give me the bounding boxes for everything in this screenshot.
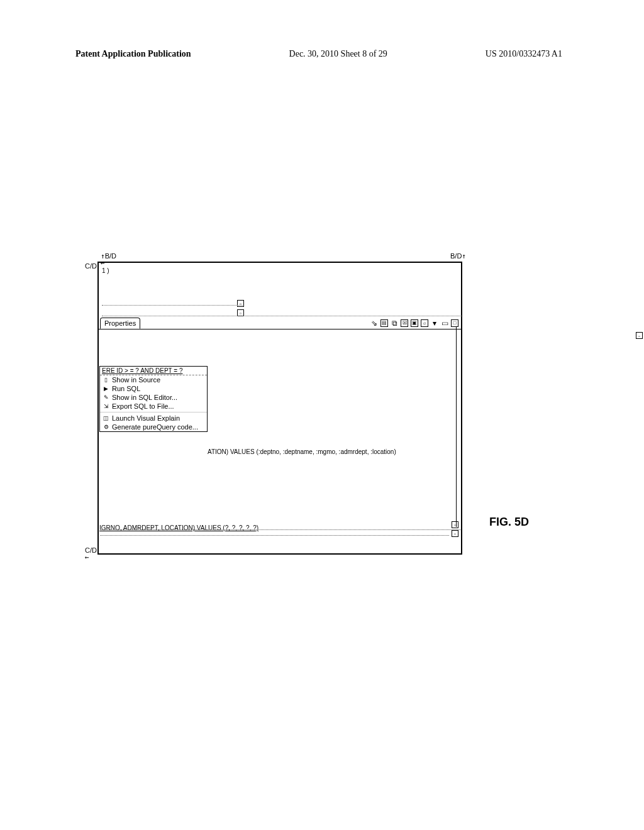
corner-label-tr: B/D <box>450 252 462 260</box>
menu-label: Launch Visual Explain <box>112 414 180 422</box>
pub-number: US 2010/0332473 A1 <box>486 49 562 59</box>
page-header: Patent Application Publication Dec. 30, … <box>0 49 644 59</box>
export-icon: ⇲ <box>103 403 109 410</box>
menu-generate-purequery[interactable]: ⚙ Generate pureQuery code... <box>100 423 207 431</box>
menu-launch-visual-explain[interactable]: ◫ Launch Visual Explain <box>100 412 207 423</box>
marker-icon: ▫ <box>636 332 643 339</box>
scrollbar-track[interactable] <box>456 327 461 527</box>
tree-icon[interactable]: ⧉ <box>391 319 398 327</box>
db-icon[interactable]: ▣ <box>411 319 418 327</box>
figure-label: FIG. 5D <box>489 516 529 529</box>
tab-properties[interactable]: Properties <box>100 318 140 329</box>
run-icon: ▶ <box>103 385 109 392</box>
x-icon[interactable]: ☒ <box>401 319 408 327</box>
arrow-left-icon: ← <box>85 554 89 561</box>
gen-icon: ⚙ <box>103 424 109 431</box>
divider <box>102 316 462 316</box>
code-line-1: 1 ) <box>102 267 109 274</box>
sql-fragment: IGRNO, ADMRDEPT, LOCATION) VALUES (?, ?,… <box>99 524 258 531</box>
pub-title: Patent Application Publication <box>75 49 191 59</box>
query-text-fragment: ATION) VALUES (:deptno, :deptname, :mgmo… <box>208 448 396 455</box>
menu-export-sql[interactable]: ⇲ Export SQL to File... <box>100 402 207 411</box>
doc-icon: ▯ <box>103 377 109 384</box>
edit-icon: ✎ <box>103 394 109 401</box>
context-menu: ERE ID > = ? AND DEPT = ? ▯ Show in Sour… <box>99 366 208 432</box>
page-icon[interactable]: ▤ <box>380 319 388 327</box>
sheet-info: Dec. 30, 2010 Sheet 8 of 29 <box>289 49 387 59</box>
divider <box>100 529 460 530</box>
properties-tabbar: Properties ⇘ ▤ ⧉ ☒ ▣ ⌕ ▾ ▭ □ <box>99 318 461 329</box>
menu-label: Run SQL <box>112 385 140 392</box>
corner-label-ml: C/D <box>85 262 97 270</box>
corner-bot-left: C/D ← <box>85 547 97 561</box>
visual-icon: ◫ <box>103 415 109 422</box>
chevron-down-icon[interactable]: ▾ <box>431 319 438 327</box>
corner-label-tl: B/D <box>105 252 116 260</box>
marker-icon: ▫ <box>452 521 458 528</box>
menu-label: Show in SQL Editor... <box>112 394 177 401</box>
divider <box>100 535 449 536</box>
divider <box>102 305 243 306</box>
menu-label: Generate pureQuery code... <box>112 423 198 431</box>
context-menu-header: ERE ID > = ? AND DEPT = ? <box>100 367 207 375</box>
menu-show-in-source[interactable]: ▯ Show in Source <box>100 375 207 384</box>
menu-label: Show in Source <box>112 376 160 384</box>
pin-icon[interactable]: ⇘ <box>370 319 378 327</box>
marker-icon: ▫ <box>237 300 244 307</box>
minimize-icon[interactable]: ▭ <box>441 319 448 327</box>
code-fragment-bottom: IGRNO, ADMRDEPT, LOCATION) VALUES (?, ?,… <box>99 521 461 553</box>
zoom-icon[interactable]: ⌕ <box>421 319 428 327</box>
marker-icon: ▫ <box>452 530 458 537</box>
corner-mid-left: C/D <box>85 263 97 270</box>
menu-show-sql-editor[interactable]: ✎ Show in SQL Editor... <box>100 393 207 402</box>
properties-toolbar: ⇘ ▤ ⧉ ☒ ▣ ⌕ ▾ ▭ □ <box>370 319 458 327</box>
menu-run-sql[interactable]: ▶ Run SQL <box>100 384 207 393</box>
arrow-up-icon: ↑ <box>462 253 466 260</box>
menu-label: Export SQL to File... <box>112 402 174 410</box>
maximize-icon[interactable]: □ <box>451 319 458 327</box>
corner-top-right: B/D↑ <box>450 253 466 260</box>
